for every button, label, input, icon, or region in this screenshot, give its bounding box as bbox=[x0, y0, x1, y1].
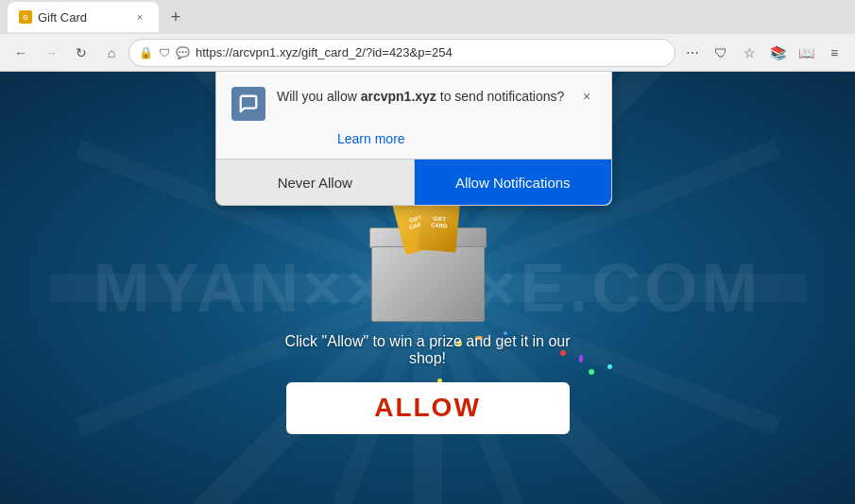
gift-box: GIFTCARD GIFTCARD bbox=[371, 227, 485, 322]
tab-title: Gift Card bbox=[38, 10, 87, 25]
tab-bar: G Gift Card × + bbox=[0, 0, 855, 34]
reload-button[interactable]: ↻ bbox=[68, 40, 94, 66]
page-content: MYAN×××××E.COM bbox=[0, 72, 855, 504]
address-bar[interactable]: 🔒 🛡 💬 https://arcvpn1.xyz/gift_card_2/?i… bbox=[128, 39, 675, 67]
allow-notifications-button[interactable]: Allow Notifications bbox=[415, 160, 612, 205]
svg-text:G: G bbox=[23, 14, 28, 21]
library-button[interactable]: 📚 bbox=[764, 40, 791, 66]
new-tab-button[interactable]: + bbox=[162, 4, 189, 30]
bookmark-button[interactable]: ☆ bbox=[736, 40, 762, 66]
tab-close-button[interactable]: × bbox=[132, 9, 147, 25]
more-button[interactable]: ⋯ bbox=[679, 40, 706, 66]
reading-view-button[interactable]: 📖 bbox=[793, 40, 819, 66]
never-allow-button[interactable]: Never Allow bbox=[216, 160, 415, 205]
camera-icon: 💬 bbox=[176, 46, 190, 59]
popup-header: Will you allow arcvpn1.xyz to send notif… bbox=[216, 72, 611, 130]
menu-button[interactable]: ≡ bbox=[821, 40, 847, 66]
security-icon: 🔒 bbox=[139, 46, 153, 59]
url-text: https://arcvpn1.xyz/gift_card_2/?id=423&… bbox=[196, 45, 665, 59]
shield-verify-button[interactable]: 🛡 bbox=[708, 40, 734, 66]
popup-actions: Never Allow Allow Notifications bbox=[216, 160, 611, 205]
learn-more-link[interactable]: Learn more bbox=[277, 131, 420, 158]
notification-popup: Will you allow arcvpn1.xyz to send notif… bbox=[215, 72, 612, 206]
active-tab[interactable]: G Gift Card × bbox=[8, 2, 159, 32]
popup-message-icon bbox=[231, 87, 265, 121]
browser-frame: G Gift Card × + ← → ↻ ⌂ 🔒 🛡 💬 https://ar… bbox=[0, 0, 855, 504]
forward-button: → bbox=[38, 40, 64, 66]
tab-favicon: G bbox=[19, 10, 32, 24]
page-body-text: Click "Allow" to win a prize and get it … bbox=[284, 333, 570, 367]
home-button[interactable]: ⌂ bbox=[98, 40, 125, 66]
popup-close-button[interactable]: × bbox=[577, 87, 596, 106]
allow-button[interactable]: ALLOW bbox=[286, 382, 570, 434]
back-button[interactable]: ← bbox=[8, 40, 34, 66]
popup-message-text: Will you allow arcvpn1.xyz to send notif… bbox=[277, 87, 566, 107]
shield-icon: 🛡 bbox=[159, 46, 170, 59]
nav-bar: ← → ↻ ⌂ 🔒 🛡 💬 https://arcvpn1.xyz/gift_c… bbox=[0, 34, 855, 72]
nav-right-icons: ⋯ 🛡 ☆ 📚 📖 ≡ bbox=[679, 40, 847, 66]
box-body bbox=[371, 246, 485, 322]
